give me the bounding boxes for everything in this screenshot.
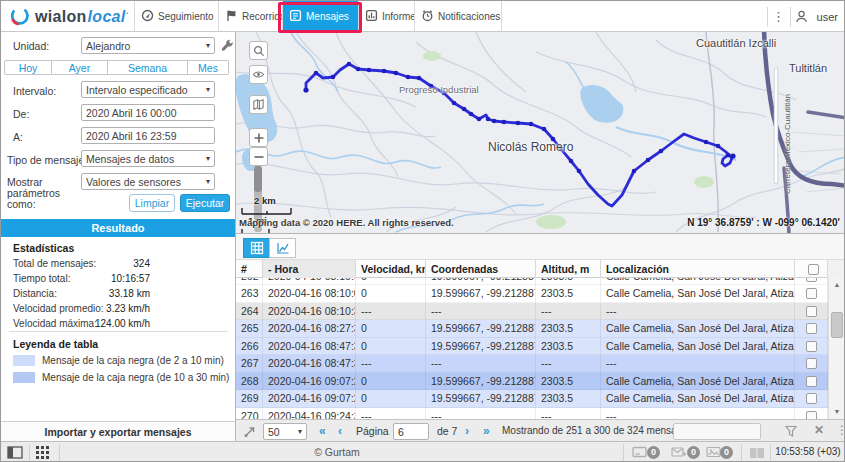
table-row[interactable]: 2642020-04-16 08:10:31------------	[236, 303, 828, 321]
message-type-select[interactable]: Mensajes de datos▾	[81, 150, 215, 167]
row-checkbox[interactable]	[806, 288, 817, 299]
stat-row: Total de mensajes:324	[13, 258, 223, 271]
page-number-input[interactable]	[393, 423, 429, 440]
execute-button[interactable]: Ejecutar	[180, 194, 230, 212]
badge-count[interactable]: 0	[720, 446, 733, 459]
logo-text-wialon: wialon	[35, 8, 87, 26]
col-hora[interactable]: - Hora	[263, 260, 356, 278]
table-cell: ---	[426, 355, 536, 373]
toggle-left-panel-icon[interactable]	[7, 445, 23, 462]
pagination-menu-icon[interactable]: ⋮	[836, 423, 845, 437]
table-row[interactable]: 2652020-04-16 08:27:37019.599667, -99.21…	[236, 320, 828, 338]
col-altitud[interactable]: Altitud, m	[536, 260, 601, 278]
map-layers-button[interactable]	[249, 95, 268, 114]
table-scrollbar[interactable]: ▲ ▼	[828, 278, 844, 419]
stat-row: Tiempo total:10:16:57	[13, 273, 223, 286]
separator	[623, 444, 624, 462]
quick-range-buttons: Hoy Ayer Semana Mes	[4, 60, 229, 75]
clear-filter-icon[interactable]: ✕	[814, 423, 824, 437]
chart-view-toggle[interactable]	[269, 238, 296, 258]
map-search-button[interactable]	[249, 41, 268, 60]
col-velocidad[interactable]: Velocidad, km/h	[356, 260, 426, 278]
table-row[interactable]: 2632020-04-16 08:10:05019.599667, -99.21…	[236, 285, 828, 303]
row-checkbox[interactable]	[806, 323, 817, 334]
row-checkbox[interactable]	[806, 358, 817, 369]
scroll-down-arrow[interactable]: ▼	[829, 405, 845, 419]
import-export-button[interactable]: Importar y exportar mensajes	[1, 421, 235, 441]
row-checkbox[interactable]	[806, 376, 817, 387]
trace-message-icon[interactable]	[242, 423, 258, 441]
terminal-window-icon[interactable]	[632, 445, 647, 461]
rows-per-page-select[interactable]: 50▾	[263, 423, 307, 440]
row-checkbox[interactable]	[806, 278, 817, 282]
driver-message-envelope-icon[interactable]	[671, 445, 686, 461]
row-checkbox[interactable]	[806, 306, 817, 317]
table-row[interactable]: 2692020-04-16 09:07:29019.599667, -99.21…	[236, 390, 828, 408]
last-page-button[interactable]: »	[483, 424, 490, 438]
prev-page-button[interactable]: ‹	[338, 424, 342, 438]
interval-label: Intervalo:	[13, 85, 56, 97]
range-ayer-button[interactable]: Ayer	[52, 60, 108, 75]
map-zoom-in-button[interactable]	[249, 128, 268, 147]
col-coordenadas[interactable]: Coordenadas	[426, 260, 536, 278]
message-filter-input[interactable]	[673, 423, 761, 440]
overflow-menu-icon[interactable]: ⋮	[768, 9, 790, 24]
clear-button[interactable]: Limpiar	[129, 194, 175, 212]
col-select-all[interactable]	[795, 260, 828, 278]
row-checkbox-cell	[795, 303, 828, 321]
col-number[interactable]: #	[236, 260, 263, 278]
from-date-input[interactable]: 2020 Abril 16 00:00	[81, 104, 215, 121]
map-canvas[interactable]: Cuautitlán Izcalli Tultitlán Nicolás Rom…	[236, 32, 845, 233]
wialon-logo[interactable]: wialonlocalˊ	[9, 5, 129, 29]
table-cell: 2303.5	[536, 278, 601, 285]
row-checkbox[interactable]	[806, 393, 817, 404]
table-row[interactable]: 2662020-04-16 08:47:32019.599667, -99.21…	[236, 338, 828, 356]
split-windows-icon[interactable]	[749, 447, 765, 461]
tab-recorridos[interactable]: Recorridos	[218, 1, 282, 32]
zoom-slider-thumb[interactable]	[254, 166, 262, 192]
row-checkbox[interactable]	[806, 341, 817, 352]
tab-mensajes[interactable]: Mensajes	[282, 1, 358, 32]
next-page-button[interactable]: ›	[465, 424, 469, 438]
badge-count[interactable]: 0	[647, 446, 660, 459]
interval-select[interactable]: Intervalo especificado▾	[81, 81, 215, 98]
user-avatar-icon[interactable]	[791, 9, 813, 24]
tab-seguimiento[interactable]: Seguimiento	[134, 1, 218, 32]
show-params-select[interactable]: Valores de sensores▾	[81, 173, 215, 190]
tab-notificaciones[interactable]: Notificaciones	[414, 1, 502, 32]
table-row[interactable]: 2702020-04-16 09:24:30------------	[236, 408, 828, 420]
table-row[interactable]: 2622020-04-16 08:10:05019.599667, -99.21…	[236, 278, 828, 285]
row-checkbox[interactable]	[806, 411, 817, 419]
filter-funnel-icon[interactable]	[784, 424, 798, 440]
media-image-icon[interactable]	[706, 445, 721, 461]
first-page-button[interactable]: «	[319, 424, 326, 438]
username-label[interactable]: user	[813, 11, 845, 23]
scroll-up-arrow[interactable]: ▲	[829, 278, 845, 292]
apps-grid-icon[interactable]	[35, 445, 50, 462]
legend-label: Mensaje de la caja negra (de 2 a 10 min)	[42, 355, 224, 366]
table-row[interactable]: 2682020-04-16 09:07:29019.599667, -99.21…	[236, 373, 828, 391]
table-cell: Calle Camelia, San José Del Jaral, Atiza…	[601, 338, 795, 356]
col-localizacion[interactable]: Localización	[601, 260, 795, 278]
table-rows: 2622020-04-16 08:10:05019.599667, -99.21…	[236, 278, 828, 419]
table-view-toggle[interactable]	[243, 238, 270, 258]
table-cell: 268	[236, 373, 263, 391]
tab-informes[interactable]: Informes	[358, 1, 414, 32]
map-label-tultitlan: Tultitlán	[789, 62, 827, 74]
table-row[interactable]: 2672020-04-16 08:47:32------------	[236, 355, 828, 373]
range-semana-button[interactable]: Semana	[108, 60, 188, 75]
tab-label: Informes	[382, 11, 414, 22]
separator	[741, 444, 742, 462]
badge-count[interactable]: 0	[687, 446, 700, 459]
scrollbar-thumb[interactable]	[831, 312, 843, 338]
header-checkbox[interactable]	[808, 264, 819, 275]
range-hoy-button[interactable]: Hoy	[4, 60, 52, 75]
map-visibility-eye-button[interactable]	[249, 65, 268, 84]
map-zoom-out-button[interactable]	[249, 147, 268, 166]
main-tabs: Seguimiento Recorridos Mensajes Informes	[134, 1, 502, 32]
range-mes-button[interactable]: Mes	[188, 60, 229, 75]
unit-select[interactable]: Alejandro▾	[81, 37, 215, 54]
table-toolbar	[236, 234, 845, 260]
to-date-input[interactable]: 2020 Abril 16 23:59	[81, 127, 215, 144]
settings-wrench-icon[interactable]	[220, 39, 234, 55]
